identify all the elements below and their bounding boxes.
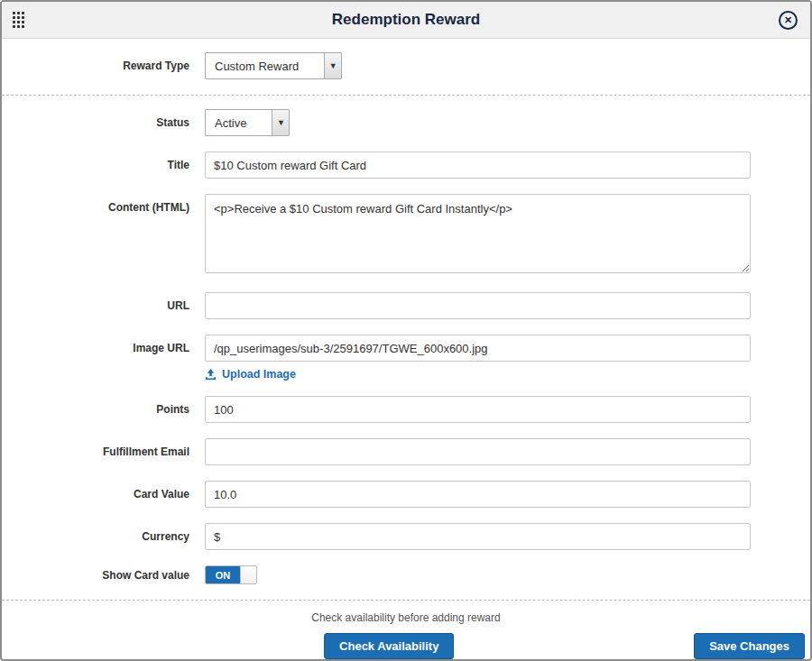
modal-title: Redemption Reward <box>2 11 810 29</box>
points-label: Points <box>2 403 205 416</box>
image-url-input[interactable] <box>205 335 751 362</box>
divider <box>2 600 810 601</box>
footer-note: Check availability before adding reward <box>2 611 810 624</box>
show-card-value-label: Show Card value <box>2 569 205 582</box>
field-row-title: Title <box>2 151 810 179</box>
reward-type-label: Reward Type <box>2 60 205 72</box>
field-row-status: Status Active ▼ <box>2 109 810 136</box>
modal-body: Reward Type Custom Reward ▼ Status Activ… <box>2 39 810 600</box>
modal-footer: Check availability before adding reward … <box>2 600 810 661</box>
currency-input[interactable] <box>205 523 751 550</box>
field-row-url: URL <box>2 292 810 319</box>
url-label: URL <box>2 299 205 312</box>
points-input[interactable] <box>205 396 751 423</box>
field-row-content: Content (HTML) <p>Receive a $10 Custom r… <box>2 194 810 277</box>
field-row-points: Points <box>2 396 810 423</box>
fulfillment-email-label: Fulfillment Email <box>2 445 205 458</box>
reward-type-value: Custom Reward <box>206 53 324 78</box>
field-row-show-card-value: Show Card value ON <box>2 565 810 584</box>
chevron-down-icon: ▼ <box>272 110 289 135</box>
card-value-input[interactable] <box>205 481 751 508</box>
check-availability-button[interactable]: Check Availability <box>324 633 454 659</box>
status-label: Status <box>2 116 205 129</box>
show-card-value-toggle[interactable]: ON <box>205 565 257 584</box>
status-select[interactable]: Active ▼ <box>205 109 290 136</box>
field-row-card-value: Card Value <box>2 481 810 508</box>
drag-handle-icon[interactable] <box>13 12 24 28</box>
field-row-reward-type: Reward Type Custom Reward ▼ <box>2 52 810 79</box>
chevron-down-icon: ▼ <box>324 53 341 78</box>
toggle-on-state: ON <box>206 566 240 583</box>
url-input[interactable] <box>205 292 751 319</box>
modal-header: Redemption Reward ✕ <box>2 2 810 39</box>
fulfillment-email-input[interactable] <box>205 438 751 465</box>
title-input[interactable] <box>205 151 751 179</box>
field-row-currency: Currency <box>2 523 810 550</box>
divider <box>2 95 810 96</box>
field-row-fulfillment-email: Fulfillment Email <box>2 438 810 465</box>
field-row-image-url: Image URL Upload Image <box>2 335 810 381</box>
currency-label: Currency <box>2 530 205 543</box>
status-value: Active <box>206 110 272 135</box>
redemption-reward-modal: Redemption Reward ✕ Reward Type Custom R… <box>0 0 812 661</box>
toggle-handle <box>240 566 256 583</box>
reward-type-select[interactable]: Custom Reward ▼ <box>205 52 342 79</box>
upload-icon <box>205 369 217 381</box>
image-url-label: Image URL <box>2 335 205 354</box>
save-changes-button[interactable]: Save Changes <box>694 633 805 659</box>
upload-image-label: Upload Image <box>222 368 296 381</box>
title-label: Title <box>2 159 205 171</box>
card-value-label: Card Value <box>2 488 205 500</box>
close-icon[interactable]: ✕ <box>779 11 798 30</box>
content-label: Content (HTML) <box>2 194 205 214</box>
content-textarea[interactable]: <p>Receive a $10 Custom reward Gift Card… <box>205 194 751 273</box>
upload-image-link[interactable]: Upload Image <box>205 368 751 381</box>
